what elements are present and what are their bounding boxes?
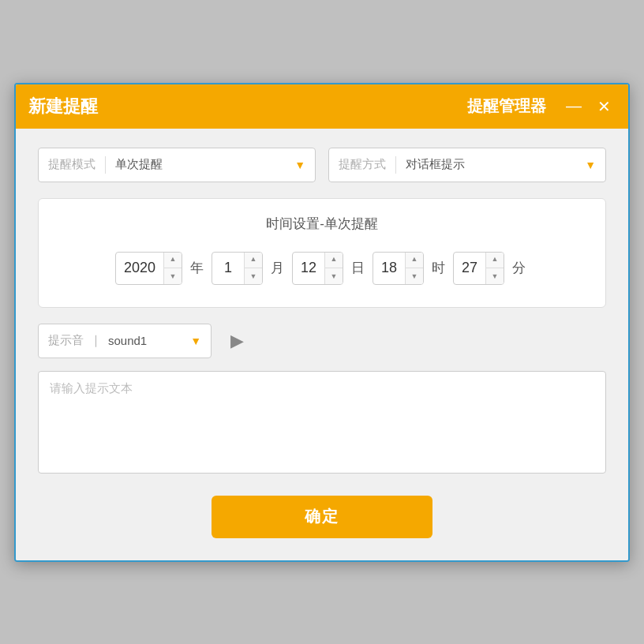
top-dropdowns-row: 提醒模式 单次提醒 ▼ 提醒方式 对话框提示 ▼	[38, 148, 606, 182]
reminder-method-label: 提醒方式	[339, 157, 386, 172]
hour-spinner-btns: ▲ ▼	[405, 252, 423, 285]
minute-value: 27	[454, 260, 485, 276]
year-value: 2020	[116, 260, 163, 276]
hour-up-btn[interactable]: ▲	[406, 252, 423, 269]
day-down-btn[interactable]: ▼	[325, 268, 343, 285]
day-unit: 日	[348, 259, 368, 277]
day-value: 12	[293, 260, 324, 276]
reminder-method-dropdown[interactable]: 提醒方式 对话框提示 ▼	[328, 148, 606, 182]
month-down-btn[interactable]: ▼	[245, 268, 262, 285]
hour-unit: 时	[429, 259, 448, 277]
confirm-row: 确定	[38, 496, 606, 538]
year-up-btn[interactable]: ▲	[164, 252, 182, 269]
minimize-button[interactable]: —	[562, 95, 586, 118]
reminder-method-value: 对话框提示	[406, 157, 578, 172]
titlebar-controls: 提醒管理器 — ✕	[467, 95, 616, 118]
new-reminder-title: 新建提醒	[28, 95, 98, 118]
year-down-btn[interactable]: ▼	[164, 268, 182, 285]
titlebar: 新建提醒 提醒管理器 — ✕	[16, 84, 628, 129]
main-window: 新建提醒 提醒管理器 — ✕ 提醒模式 单次提醒 ▼ 提醒方式 对话框提示 ▼	[14, 83, 630, 562]
sound-separator: ｜	[90, 333, 102, 348]
sound-dropdown[interactable]: 提示音 ｜ sound1 ▼	[38, 324, 212, 358]
dropdown-arrow-sound: ▼	[190, 335, 201, 347]
sound-value: sound1	[108, 334, 184, 347]
dropdown-separator-1	[105, 156, 106, 174]
sound-label: 提示音	[48, 333, 84, 348]
app-name: 提醒管理器	[467, 95, 546, 117]
year-spinner[interactable]: 2020 ▲ ▼	[115, 252, 182, 285]
month-spinner-btns: ▲ ▼	[244, 252, 262, 285]
time-section-title: 时间设置-单次提醒	[58, 215, 586, 233]
confirm-button[interactable]: 确定	[212, 496, 432, 538]
hour-spinner[interactable]: 18 ▲ ▼	[373, 252, 424, 285]
year-unit: 年	[187, 259, 207, 277]
minute-unit: 分	[509, 259, 529, 277]
time-section: 时间设置-单次提醒 2020 ▲ ▼ 年 1 ▲ ▼	[38, 198, 606, 308]
content-area: 提醒模式 单次提醒 ▼ 提醒方式 对话框提示 ▼ 时间设置-单次提醒 2020	[16, 129, 628, 560]
reminder-mode-dropdown[interactable]: 提醒模式 单次提醒 ▼	[38, 148, 316, 182]
dropdown-separator-2	[395, 156, 396, 174]
time-row: 2020 ▲ ▼ 年 1 ▲ ▼ 月	[58, 252, 586, 285]
minute-spinner[interactable]: 27 ▲ ▼	[453, 252, 504, 285]
month-unit: 月	[268, 259, 287, 277]
dropdown-arrow-mode: ▼	[294, 159, 305, 171]
hour-value: 18	[373, 260, 405, 276]
minute-spinner-btns: ▲ ▼	[485, 252, 504, 285]
month-up-btn[interactable]: ▲	[245, 252, 262, 269]
hour-down-btn[interactable]: ▼	[406, 268, 423, 285]
reminder-mode-value: 单次提醒	[115, 157, 288, 172]
sound-row: 提示音 ｜ sound1 ▼ ▶	[38, 324, 606, 358]
minute-down-btn[interactable]: ▼	[486, 268, 504, 285]
reminder-text-input[interactable]	[38, 371, 606, 474]
month-spinner[interactable]: 1 ▲ ▼	[212, 252, 263, 285]
day-up-btn[interactable]: ▲	[325, 252, 343, 269]
dropdown-arrow-method: ▼	[585, 159, 596, 171]
minute-up-btn[interactable]: ▲	[486, 252, 504, 269]
close-button[interactable]: ✕	[592, 95, 616, 118]
reminder-mode-label: 提醒模式	[48, 157, 95, 172]
play-sound-button[interactable]: ▶	[221, 325, 253, 357]
day-spinner-btns: ▲ ▼	[324, 252, 343, 285]
month-value: 1	[212, 260, 244, 276]
year-spinner-btns: ▲ ▼	[163, 252, 182, 285]
day-spinner[interactable]: 12 ▲ ▼	[292, 252, 343, 285]
